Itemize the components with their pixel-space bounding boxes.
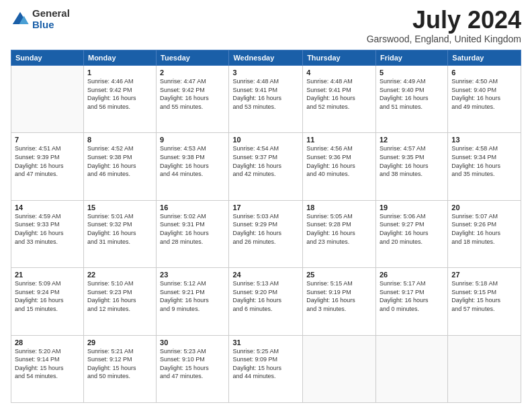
table-cell: 27Sunrise: 5:18 AM Sunset: 9:15 PM Dayli… bbox=[448, 268, 521, 335]
week-row-2: 7Sunrise: 4:51 AM Sunset: 9:39 PM Daylig… bbox=[11, 133, 521, 200]
cell-date: 2 bbox=[160, 68, 225, 77]
col-monday: Monday bbox=[83, 50, 156, 66]
table-cell bbox=[448, 335, 521, 402]
cell-date: 1 bbox=[87, 68, 152, 77]
cell-date: 16 bbox=[160, 203, 225, 212]
table-cell: 7Sunrise: 4:51 AM Sunset: 9:39 PM Daylig… bbox=[11, 133, 84, 200]
cell-info: Sunrise: 5:20 AM Sunset: 9:14 PM Dayligh… bbox=[15, 347, 80, 381]
table-cell: 10Sunrise: 4:54 AM Sunset: 9:37 PM Dayli… bbox=[229, 133, 303, 200]
cell-date: 3 bbox=[232, 68, 299, 77]
cell-info: Sunrise: 5:12 AM Sunset: 9:21 PM Dayligh… bbox=[160, 279, 225, 313]
cell-date: 18 bbox=[306, 203, 372, 212]
cell-info: Sunrise: 4:54 AM Sunset: 9:37 PM Dayligh… bbox=[232, 144, 299, 178]
table-cell: 4Sunrise: 4:48 AM Sunset: 9:41 PM Daylig… bbox=[303, 66, 376, 133]
logo-icon bbox=[11, 10, 30, 29]
cell-info: Sunrise: 5:09 AM Sunset: 9:24 PM Dayligh… bbox=[15, 279, 80, 313]
cell-info: Sunrise: 4:53 AM Sunset: 9:38 PM Dayligh… bbox=[160, 144, 225, 178]
table-cell: 16Sunrise: 5:02 AM Sunset: 9:31 PM Dayli… bbox=[157, 200, 229, 267]
cell-date: 17 bbox=[232, 203, 299, 212]
table-cell: 8Sunrise: 4:52 AM Sunset: 9:38 PM Daylig… bbox=[83, 133, 156, 200]
cell-date: 15 bbox=[87, 203, 152, 212]
logo-blue: Blue bbox=[32, 19, 70, 31]
table-cell: 12Sunrise: 4:57 AM Sunset: 9:35 PM Dayli… bbox=[375, 133, 447, 200]
cell-info: Sunrise: 4:52 AM Sunset: 9:38 PM Dayligh… bbox=[87, 144, 152, 178]
cell-info: Sunrise: 5:21 AM Sunset: 9:12 PM Dayligh… bbox=[87, 347, 152, 381]
col-sunday: Sunday bbox=[11, 50, 84, 66]
table-cell: 20Sunrise: 5:07 AM Sunset: 9:26 PM Dayli… bbox=[448, 200, 521, 267]
cell-info: Sunrise: 5:18 AM Sunset: 9:15 PM Dayligh… bbox=[451, 279, 517, 313]
cell-date: 14 bbox=[15, 203, 80, 212]
table-cell bbox=[375, 335, 447, 402]
cell-date: 27 bbox=[451, 271, 517, 279]
cell-date: 6 bbox=[451, 68, 517, 77]
week-row-4: 21Sunrise: 5:09 AM Sunset: 9:24 PM Dayli… bbox=[11, 268, 521, 335]
cell-info: Sunrise: 4:57 AM Sunset: 9:35 PM Dayligh… bbox=[380, 144, 444, 178]
col-tuesday: Tuesday bbox=[157, 50, 229, 66]
cell-info: Sunrise: 5:25 AM Sunset: 9:09 PM Dayligh… bbox=[232, 347, 299, 381]
cell-date: 4 bbox=[306, 68, 372, 77]
table-cell: 14Sunrise: 4:59 AM Sunset: 9:33 PM Dayli… bbox=[11, 200, 84, 267]
cell-info: Sunrise: 5:15 AM Sunset: 9:19 PM Dayligh… bbox=[306, 279, 372, 313]
cell-date: 24 bbox=[232, 271, 299, 279]
table-cell bbox=[11, 66, 84, 133]
cell-info: Sunrise: 5:23 AM Sunset: 9:10 PM Dayligh… bbox=[160, 347, 225, 381]
col-friday: Friday bbox=[375, 50, 447, 66]
cell-date: 8 bbox=[87, 136, 152, 144]
week-row-5: 28Sunrise: 5:20 AM Sunset: 9:14 PM Dayli… bbox=[11, 335, 521, 402]
table-cell: 22Sunrise: 5:10 AM Sunset: 9:23 PM Dayli… bbox=[83, 268, 156, 335]
col-thursday: Thursday bbox=[303, 50, 376, 66]
cell-info: Sunrise: 5:13 AM Sunset: 9:20 PM Dayligh… bbox=[232, 279, 299, 313]
table-cell: 25Sunrise: 5:15 AM Sunset: 9:19 PM Dayli… bbox=[303, 268, 376, 335]
table-cell: 24Sunrise: 5:13 AM Sunset: 9:20 PM Dayli… bbox=[229, 268, 303, 335]
logo: General Blue bbox=[11, 8, 70, 30]
location: Garswood, England, United Kingdom bbox=[367, 34, 521, 44]
cell-info: Sunrise: 4:56 AM Sunset: 9:36 PM Dayligh… bbox=[306, 144, 372, 178]
table-cell: 17Sunrise: 5:03 AM Sunset: 9:29 PM Dayli… bbox=[229, 200, 303, 267]
header: General Blue July 2024 Garswood, England… bbox=[11, 8, 521, 44]
cell-info: Sunrise: 5:02 AM Sunset: 9:31 PM Dayligh… bbox=[160, 212, 225, 246]
cell-date: 21 bbox=[15, 271, 80, 279]
table-cell: 21Sunrise: 5:09 AM Sunset: 9:24 PM Dayli… bbox=[11, 268, 84, 335]
cell-date: 11 bbox=[306, 136, 372, 144]
week-row-3: 14Sunrise: 4:59 AM Sunset: 9:33 PM Dayli… bbox=[11, 200, 521, 267]
table-cell: 28Sunrise: 5:20 AM Sunset: 9:14 PM Dayli… bbox=[11, 335, 84, 402]
cell-info: Sunrise: 4:47 AM Sunset: 9:42 PM Dayligh… bbox=[160, 77, 225, 111]
col-saturday: Saturday bbox=[448, 50, 521, 66]
table-cell: 3Sunrise: 4:48 AM Sunset: 9:41 PM Daylig… bbox=[229, 66, 303, 133]
cell-date: 12 bbox=[380, 136, 444, 144]
cell-info: Sunrise: 4:49 AM Sunset: 9:40 PM Dayligh… bbox=[380, 77, 444, 111]
cell-info: Sunrise: 5:10 AM Sunset: 9:23 PM Dayligh… bbox=[87, 279, 152, 313]
table-cell: 30Sunrise: 5:23 AM Sunset: 9:10 PM Dayli… bbox=[157, 335, 229, 402]
cell-date: 10 bbox=[232, 136, 299, 144]
cell-info: Sunrise: 4:48 AM Sunset: 9:41 PM Dayligh… bbox=[232, 77, 299, 111]
cell-date: 22 bbox=[87, 271, 152, 279]
week-row-1: 1Sunrise: 4:46 AM Sunset: 9:42 PM Daylig… bbox=[11, 66, 521, 133]
table-cell: 31Sunrise: 5:25 AM Sunset: 9:09 PM Dayli… bbox=[229, 335, 303, 402]
cell-date: 5 bbox=[380, 68, 444, 77]
cell-info: Sunrise: 4:50 AM Sunset: 9:40 PM Dayligh… bbox=[451, 77, 517, 111]
table-cell: 26Sunrise: 5:17 AM Sunset: 9:17 PM Dayli… bbox=[375, 268, 447, 335]
calendar-header-row: Sunday Monday Tuesday Wednesday Thursday… bbox=[11, 50, 521, 66]
page: General Blue July 2024 Garswood, England… bbox=[0, 0, 532, 411]
table-cell: 2Sunrise: 4:47 AM Sunset: 9:42 PM Daylig… bbox=[157, 66, 229, 133]
cell-date: 23 bbox=[160, 271, 225, 279]
table-cell bbox=[303, 335, 376, 402]
cell-info: Sunrise: 4:48 AM Sunset: 9:41 PM Dayligh… bbox=[306, 77, 372, 111]
cell-info: Sunrise: 4:59 AM Sunset: 9:33 PM Dayligh… bbox=[15, 212, 80, 246]
cell-info: Sunrise: 4:58 AM Sunset: 9:34 PM Dayligh… bbox=[451, 144, 517, 178]
table-cell: 13Sunrise: 4:58 AM Sunset: 9:34 PM Dayli… bbox=[448, 133, 521, 200]
table-cell: 19Sunrise: 5:06 AM Sunset: 9:27 PM Dayli… bbox=[375, 200, 447, 267]
cell-info: Sunrise: 5:03 AM Sunset: 9:29 PM Dayligh… bbox=[232, 212, 299, 246]
logo-text: General Blue bbox=[32, 8, 70, 30]
col-wednesday: Wednesday bbox=[229, 50, 303, 66]
logo-general: General bbox=[32, 8, 70, 19]
cell-info: Sunrise: 5:06 AM Sunset: 9:27 PM Dayligh… bbox=[380, 212, 444, 246]
month-title: July 2024 bbox=[367, 8, 521, 32]
cell-date: 28 bbox=[15, 338, 80, 347]
cell-date: 19 bbox=[380, 203, 444, 212]
cell-info: Sunrise: 4:46 AM Sunset: 9:42 PM Dayligh… bbox=[87, 77, 152, 111]
table-cell: 9Sunrise: 4:53 AM Sunset: 9:38 PM Daylig… bbox=[157, 133, 229, 200]
cell-date: 31 bbox=[232, 338, 299, 347]
cell-date: 7 bbox=[15, 136, 80, 144]
cell-date: 26 bbox=[380, 271, 444, 279]
